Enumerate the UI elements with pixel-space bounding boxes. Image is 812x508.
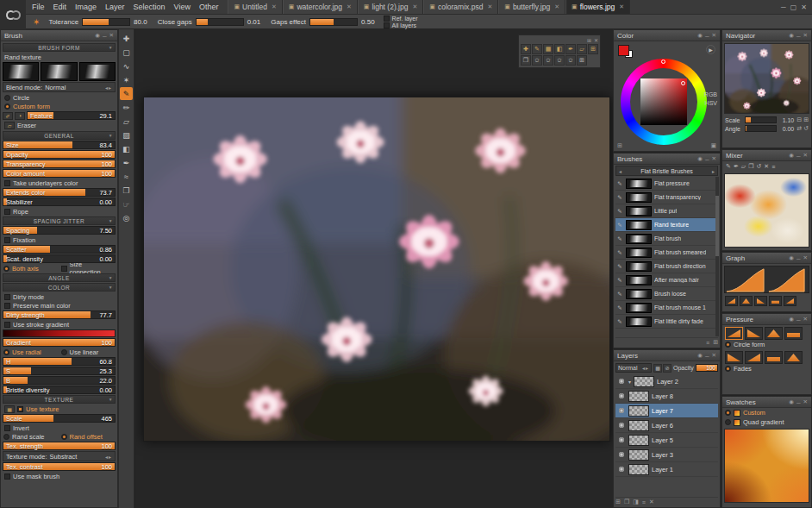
brush-item-little-put[interactable]: ✎Little put (615, 204, 718, 218)
panel-pin-icon[interactable]: ◉ (789, 316, 794, 323)
visibility-icon[interactable] (617, 377, 626, 386)
panel-close-icon[interactable]: ✕ (712, 155, 716, 162)
brush-stroke-preview[interactable] (79, 62, 116, 81)
slider-tex-contrast[interactable]: Tex. contrast100 (3, 462, 116, 471)
brush-item-flat-little-dirty-fade[interactable]: ✎Flat little dirty fade (615, 315, 718, 329)
grid-view-icon[interactable]: ⊞ (713, 339, 718, 346)
star-icon[interactable]: ✩ (532, 55, 542, 66)
pencil-tool[interactable]: ✏ (120, 101, 133, 114)
eraser-icon[interactable]: ▱ (4, 122, 15, 129)
brush-group-prev[interactable]: ◂ (619, 168, 621, 174)
tab-close-icon[interactable]: ✕ (412, 3, 417, 10)
section-header-angle[interactable]: ANGLE▾ (3, 273, 116, 282)
option-fixation[interactable]: Fixation (3, 235, 116, 244)
menu-image[interactable]: Image (71, 3, 101, 11)
pencil-icon[interactable]: ✎ (532, 44, 542, 54)
pressure-preset-ramp-up[interactable] (725, 327, 743, 340)
option-check-all-layers[interactable]: All layers (384, 22, 418, 28)
panel-collapse-icon[interactable]: ─ (705, 353, 709, 359)
brush-item-flat-brush[interactable]: ✎Flat brush (615, 232, 718, 246)
graph-panel-titlebar[interactable]: Graph ◉─✕ (722, 253, 811, 264)
panel-collapse-icon[interactable]: ─ (103, 33, 107, 39)
panel-pin-icon[interactable]: ◉ (789, 398, 794, 405)
tab-close-icon[interactable]: ✕ (272, 3, 277, 10)
fill-tool[interactable]: ◧ (120, 142, 133, 155)
option-slider-track[interactable] (309, 18, 358, 26)
fill-icon[interactable]: ◧ (554, 44, 565, 54)
visibility-icon[interactable] (617, 392, 626, 400)
dropdown-blend-mode[interactable]: Blend mode:Normal◂▸ (3, 82, 116, 92)
magic-wand-tool[interactable]: ✶ (120, 73, 133, 86)
slider-spacing[interactable]: Spacing7.50 (3, 226, 116, 235)
angle-slider[interactable] (745, 125, 777, 132)
graph-curves[interactable] (724, 266, 809, 293)
stroke-gradient-bar[interactable] (3, 329, 116, 337)
dropdown-arrows-icon[interactable]: ◂▸ (105, 85, 112, 91)
brush-item-after-manga-hair[interactable]: ✎After manga hair (615, 273, 718, 287)
visibility-icon[interactable] (617, 406, 626, 415)
slider-s[interactable]: S25.3 (3, 367, 116, 375)
canvas-area[interactable]: ⊞✕ ✚✎▦◧✒▱⊞ ❐✩✩✩✩⊞ (135, 29, 613, 508)
eraser-icon[interactable]: ▱ (741, 163, 746, 170)
option-gaps-effect[interactable]: Gaps effect0.50 (271, 18, 374, 26)
option-tolerance[interactable]: Tolerance80.0 (48, 18, 147, 26)
dock-icon[interactable]: ⊞ (587, 37, 591, 43)
slider-b[interactable]: B22.0 (3, 376, 116, 385)
color-swatches-icon[interactable]: ▣ (710, 142, 716, 149)
lock-transparency-icon[interactable]: ▩ (653, 364, 662, 373)
color-play-icon[interactable]: ▶ (706, 45, 715, 54)
mixer-panel-titlebar[interactable]: Mixer ◉─✕ (722, 150, 811, 161)
brush-item-flat-brush-direction[interactable]: ✎Flat brush direction (615, 260, 718, 273)
graph-preset-flat[interactable] (769, 296, 782, 306)
panel-collapse-icon[interactable]: ─ (796, 33, 801, 39)
visibility-icon[interactable] (617, 436, 626, 444)
swatches-panel-titlebar[interactable]: Swatches ◉─✕ (722, 397, 811, 408)
smudge-tool[interactable]: ≈ (120, 170, 133, 183)
swatch-option-custom[interactable]: Custom (722, 408, 811, 417)
option-check-ref-layer[interactable]: Ref. layer (384, 16, 418, 22)
option-use-stroke-gradient[interactable]: Use stroke gradient (3, 320, 116, 329)
slider-color-amount[interactable]: Color amount100 (3, 169, 116, 178)
layer-item-layer-5[interactable]: Layer 5 (615, 433, 718, 448)
tab-flowers-jpg[interactable]: ▣flowers.jpg✕ (565, 0, 630, 14)
panel-close-icon[interactable]: ✕ (803, 152, 808, 159)
tab-close-icon[interactable]: ✕ (347, 3, 352, 10)
brush-item-flat-transparency[interactable]: ✎Flat transparency (615, 191, 718, 204)
pressure-preset-hill[interactable] (784, 351, 803, 364)
active-tool-icon[interactable]: ✶ (33, 17, 40, 27)
slider-dirty-strength[interactable]: Dirty strength77.7 (3, 310, 116, 319)
slider-h[interactable]: H60.8 (3, 357, 116, 366)
slider-gradient[interactable]: Gradient100 (3, 338, 116, 347)
layers-panel-titlebar[interactable]: Layers ◉─✕ (614, 350, 720, 361)
mode-hsv[interactable]: HSV (704, 100, 717, 106)
new-group-icon[interactable]: ❐ (624, 499, 629, 505)
window-maximize-icon[interactable]: ▢ (790, 3, 797, 11)
panel-pin-icon[interactable]: ◉ (95, 32, 100, 39)
brush-item-flat-brush-smeared[interactable]: ✎Flat brush smeared (615, 246, 718, 260)
graph-preset-ramp-up[interactable] (784, 296, 796, 306)
navigator-panel-titlebar[interactable]: Navigator ◉─✕ (722, 30, 811, 41)
panel-collapse-icon[interactable]: ─ (705, 33, 709, 39)
zoom-in-icon[interactable]: ⊞ (803, 116, 809, 123)
option-size-connection[interactable]: Size connection (60, 264, 116, 273)
window-minimize-icon[interactable]: ─ (781, 3, 786, 11)
slider-tex-strength[interactable]: Tex. strength100 (3, 442, 116, 450)
list-view-icon[interactable]: ≡ (706, 340, 709, 346)
menu-icon[interactable]: ≡ (771, 164, 775, 170)
menu-view[interactable]: View (170, 3, 195, 11)
menu-other[interactable]: Other (195, 3, 223, 11)
tool-eraser[interactable]: ▱Eraser (3, 121, 116, 130)
dropdown-texture-mode[interactable]: Texture mode:Substract◂▸ (3, 451, 116, 461)
pressure-preset-hill[interactable] (765, 327, 783, 340)
option-use-radial[interactable]: Use radial (3, 348, 59, 356)
layer-item-layer-7[interactable]: Layer 7 (615, 404, 718, 418)
flip-icon[interactable]: ⇄ (796, 125, 802, 132)
scrollbar-thumb[interactable] (715, 196, 719, 256)
mixing-area[interactable] (724, 173, 809, 248)
panel-close-icon[interactable]: ✕ (109, 32, 114, 39)
star-icon[interactable]: ✩ (554, 55, 565, 66)
grid-icon[interactable]: ⊞ (588, 44, 598, 54)
option-invert[interactable]: Invert (3, 423, 116, 432)
panel-pin-icon[interactable]: ◉ (697, 32, 703, 39)
panel-collapse-icon[interactable]: ─ (796, 153, 801, 159)
